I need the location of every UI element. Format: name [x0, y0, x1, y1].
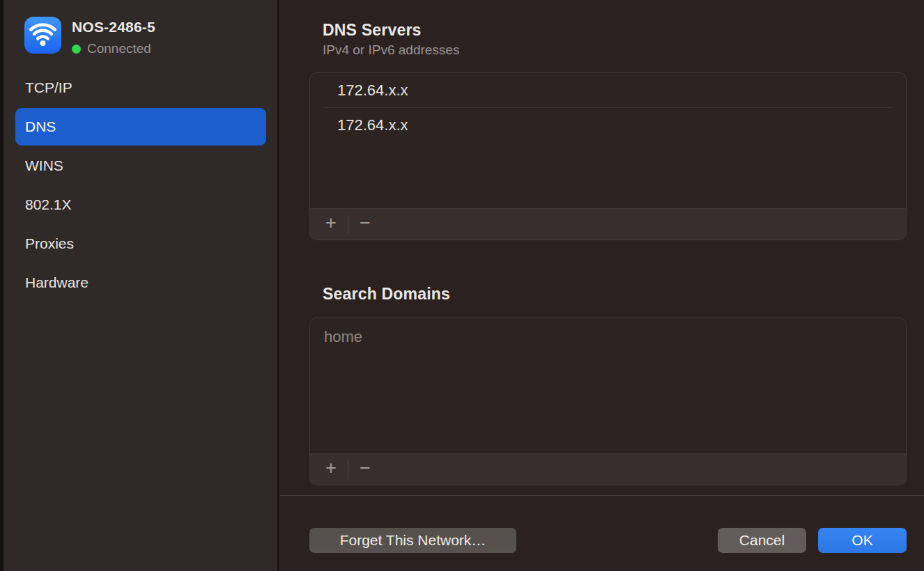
remove-dns-server-button[interactable]: −: [353, 209, 378, 240]
add-dns-server-button[interactable]: +: [318, 209, 344, 240]
search-domains-title: Search Domains: [323, 285, 450, 304]
ok-button[interactable]: OK: [818, 528, 907, 553]
dns-servers-title: DNS Servers: [323, 21, 422, 40]
forget-network-button[interactable]: Forget This Network…: [309, 528, 516, 553]
toolbar-separator: [348, 460, 348, 479]
connected-status-icon: [72, 45, 81, 54]
wifi-icon: [24, 17, 61, 54]
sidebar-nav: TCP/IP DNS WINS 802.1X Proxies Hardware: [15, 69, 266, 303]
sidebar-item-wins[interactable]: WINS: [15, 147, 266, 185]
connected-status-label: Connected: [87, 41, 151, 56]
sidebar-item-8021x[interactable]: 802.1X: [15, 186, 266, 224]
sidebar: NOS-2486-5 Connected TCP/IP DNS WINS 802…: [0, 0, 279, 571]
dns-server-entry[interactable]: 172.64.x.x: [310, 73, 906, 107]
dns-servers-subtitle: IPv4 or IPv6 addresses: [323, 42, 459, 58]
window-edge: [0, 0, 3, 571]
dns-servers-list: 172.64.x.x 172.64.x.x + −: [309, 72, 907, 240]
toolbar-separator: [348, 215, 348, 234]
network-details-sheet: NOS-2486-5 Connected TCP/IP DNS WINS 802…: [0, 0, 924, 571]
search-domains-toolbar: + −: [310, 453, 906, 485]
sidebar-item-hardware[interactable]: Hardware: [15, 264, 266, 302]
cancel-button[interactable]: Cancel: [718, 528, 806, 553]
network-header: NOS-2486-5 Connected: [24, 17, 155, 56]
network-meta: NOS-2486-5 Connected: [72, 17, 155, 56]
footer-divider: [280, 495, 924, 496]
dns-server-entry[interactable]: 172.64.x.x: [310, 108, 906, 142]
sidebar-item-tcpip[interactable]: TCP/IP: [15, 69, 266, 107]
network-status: Connected: [72, 41, 155, 56]
sidebar-item-dns[interactable]: DNS: [15, 108, 266, 146]
dns-pane: DNS Servers IPv4 or IPv6 addresses 172.6…: [280, 0, 924, 571]
dns-servers-toolbar: + −: [310, 208, 906, 240]
network-name: NOS-2486-5: [72, 19, 155, 36]
sidebar-item-proxies[interactable]: Proxies: [15, 225, 266, 263]
search-domains-list: home + −: [309, 318, 907, 485]
search-domain-entry[interactable]: home: [310, 318, 906, 354]
add-search-domain-button[interactable]: +: [318, 454, 344, 485]
remove-search-domain-button[interactable]: −: [353, 454, 378, 485]
